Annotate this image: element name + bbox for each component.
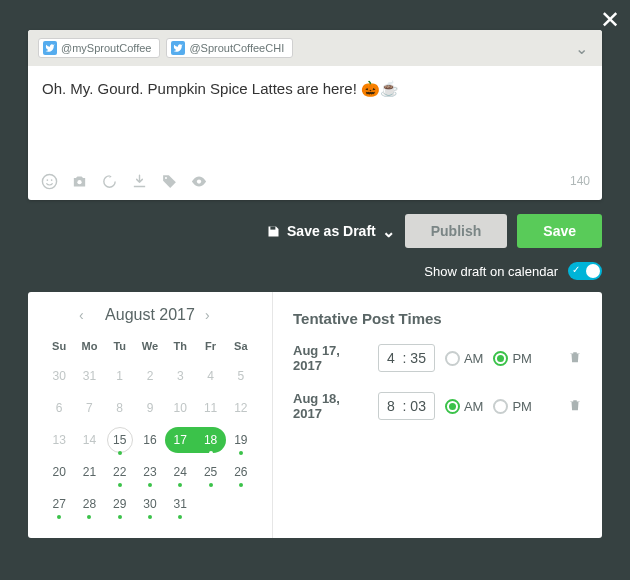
publish-button[interactable]: Publish: [405, 214, 508, 248]
compose-textarea[interactable]: Oh. My. Gourd. Pumpkin Spice Lattes are …: [28, 66, 602, 166]
calendar-day[interactable]: 1: [116, 360, 123, 392]
tag-icon[interactable]: [160, 172, 178, 190]
svg-point-0: [42, 174, 56, 188]
calendar-day[interactable]: 21: [83, 456, 96, 488]
prev-month-icon[interactable]: ‹: [79, 307, 95, 323]
account-handle: @mySproutCoffee: [61, 42, 151, 54]
calendar-day[interactable]: 3: [177, 360, 184, 392]
event-dot: [118, 451, 122, 455]
schedule-icon[interactable]: [100, 172, 118, 190]
account-chip[interactable]: @mySproutCoffee: [38, 38, 160, 58]
calendar-day[interactable]: 13: [52, 424, 65, 456]
calendar-dow: We: [135, 336, 165, 360]
chevron-down-icon: ⌄: [382, 222, 395, 241]
time-date: Aug 17, 2017: [293, 343, 368, 373]
event-dot: [118, 483, 122, 487]
calendar-dow: Su: [44, 336, 74, 360]
event-dot: [239, 451, 243, 455]
event-dot: [148, 483, 152, 487]
schedule-card: ‹ August 2017 › SuMoTuWeThFrSa3031123456…: [28, 292, 602, 538]
twitter-icon: [43, 41, 57, 55]
calendar-day[interactable]: 9: [147, 392, 154, 424]
calendar-day[interactable]: 30: [52, 360, 65, 392]
show-draft-toggle[interactable]: [568, 262, 602, 280]
event-dot: [209, 483, 213, 487]
actions-row: Save as Draft ⌄ Publish Save: [28, 214, 602, 248]
calendar-day[interactable]: 16: [143, 424, 156, 456]
svg-point-2: [50, 179, 52, 181]
camera-icon[interactable]: [70, 172, 88, 190]
svg-point-3: [77, 180, 81, 184]
close-icon[interactable]: ✕: [600, 6, 620, 34]
time-row: Aug 18, 20178 : 03AMPM: [293, 391, 582, 421]
am-radio[interactable]: AM: [445, 351, 484, 366]
calendar-day[interactable]: 15: [107, 427, 133, 453]
calendar-dow: Fr: [195, 336, 225, 360]
time-input[interactable]: 4 : 35: [378, 344, 435, 372]
calendar-day[interactable]: 6: [56, 392, 63, 424]
calendar-dow: Th: [165, 336, 195, 360]
calendar-day[interactable]: 8: [116, 392, 123, 424]
post-times: Tentative Post Times Aug 17, 20174 : 35A…: [273, 292, 602, 538]
trash-icon[interactable]: [568, 398, 582, 415]
svg-rect-6: [270, 226, 275, 229]
calendar-dow: Tu: [105, 336, 135, 360]
calendar-day[interactable]: 20: [52, 456, 65, 488]
calendar-day[interactable]: 2: [147, 360, 154, 392]
calendar-dow: Sa: [226, 336, 256, 360]
save-button[interactable]: Save: [517, 214, 602, 248]
svg-point-4: [164, 176, 166, 178]
calendar-dow: Mo: [74, 336, 104, 360]
event-dot: [87, 515, 91, 519]
calendar-day[interactable]: 14: [83, 424, 96, 456]
calendar: ‹ August 2017 › SuMoTuWeThFrSa3031123456…: [28, 292, 273, 538]
trash-icon[interactable]: [568, 350, 582, 367]
toggle-row: Show draft on calendar: [28, 262, 602, 280]
accounts-bar: @mySproutCoffee @SproutCoffeeCHI ⌄: [28, 30, 602, 66]
save-draft-label: Save as Draft: [287, 223, 376, 239]
pm-radio[interactable]: PM: [493, 351, 532, 366]
calendar-day[interactable]: 10: [174, 392, 187, 424]
eye-icon[interactable]: [190, 172, 208, 190]
calendar-day[interactable]: 31: [83, 360, 96, 392]
calendar-day[interactable]: 17: [165, 427, 195, 453]
pm-radio[interactable]: PM: [493, 399, 532, 414]
time-row: Aug 17, 20174 : 35AMPM: [293, 343, 582, 373]
account-handle: @SproutCoffeeCHI: [189, 42, 284, 54]
event-dot: [178, 515, 182, 519]
calendar-title: August 2017: [105, 306, 195, 324]
save-draft-button[interactable]: Save as Draft ⌄: [266, 222, 395, 241]
time-input[interactable]: 8 : 03: [378, 392, 435, 420]
event-dot: [178, 483, 182, 487]
char-count: 140: [570, 174, 590, 188]
am-radio[interactable]: AM: [445, 399, 484, 414]
emoji-icon[interactable]: [40, 172, 58, 190]
toggle-label: Show draft on calendar: [424, 264, 558, 279]
svg-point-5: [197, 179, 201, 183]
event-dot: [148, 515, 152, 519]
event-dot: [118, 515, 122, 519]
event-dot: [239, 483, 243, 487]
calendar-day[interactable]: 11: [204, 392, 217, 424]
next-month-icon[interactable]: ›: [205, 307, 221, 323]
event-dot: [209, 451, 213, 455]
chevron-down-icon[interactable]: ⌄: [575, 39, 592, 58]
time-date: Aug 18, 2017: [293, 391, 368, 421]
calendar-day[interactable]: 5: [238, 360, 245, 392]
post-times-title: Tentative Post Times: [293, 310, 582, 327]
twitter-icon: [171, 41, 185, 55]
calendar-day[interactable]: 18: [195, 427, 225, 453]
download-icon[interactable]: [130, 172, 148, 190]
account-chip[interactable]: @SproutCoffeeCHI: [166, 38, 293, 58]
compose-toolbar: 140: [28, 166, 602, 200]
calendar-day[interactable]: 7: [86, 392, 93, 424]
svg-point-1: [46, 179, 48, 181]
event-dot: [57, 515, 61, 519]
calendar-day[interactable]: 4: [207, 360, 214, 392]
calendar-day[interactable]: 12: [234, 392, 247, 424]
compose-card: @mySproutCoffee @SproutCoffeeCHI ⌄ Oh. M…: [28, 30, 602, 200]
